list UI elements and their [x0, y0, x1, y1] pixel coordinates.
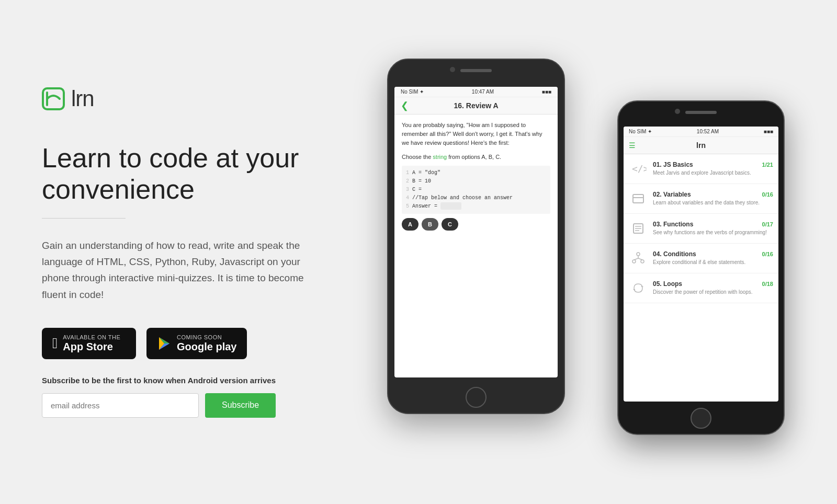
lesson-item[interactable]: 02. Variables 0/16 Learn about variables…	[624, 184, 778, 214]
subscribe-row: Subscribe	[42, 393, 345, 418]
apple-icon: 	[52, 336, 58, 351]
front-nav-bar: ☰ lrn	[624, 137, 778, 154]
subscribe-button[interactable]: Subscribe	[205, 393, 276, 418]
phone-home-btn-front[interactable]	[691, 408, 711, 429]
svg-point-9	[632, 260, 636, 263]
appstore-button-text: Available on the App Store	[63, 334, 120, 353]
lesson-info: 02. Variables 0/16 Learn about variables…	[653, 191, 773, 207]
svg-line-12	[634, 258, 638, 260]
phone-camera-front	[675, 109, 680, 114]
option-b[interactable]: B	[422, 218, 438, 231]
back-status-center: 10:47 AM	[472, 89, 494, 95]
lesson-progress: 0/16	[762, 251, 773, 257]
lesson-info: 01. JS Basics 1/21 Meet Jarvis and explo…	[653, 161, 773, 177]
phone-back-screen: No SIM ✦ 10:47 AM ■■■ ❮ 16. Review A You…	[394, 87, 558, 377]
lesson-info: 05. Loops 0/18 Discover the power of rep…	[653, 280, 773, 296]
back-nav-bar: ❮ 16. Review A	[394, 97, 558, 114]
lesson-item[interactable]: 03. Functions 0/17 See why functions are…	[624, 214, 778, 244]
lesson-icon: </>	[629, 159, 648, 178]
googleplay-top-label: COMING SOON	[177, 334, 236, 340]
lesson-item[interactable]: 04. Conditions 0/16 Explore conditional …	[624, 244, 778, 273]
front-status-right: ■■■	[764, 129, 773, 134]
lesson-icon	[629, 249, 648, 268]
lesson-name: 03. Functions	[653, 221, 693, 228]
quiz-question-text: You are probably saying, "How am I suppo…	[402, 121, 550, 147]
front-status-center: 10:52 AM	[697, 129, 719, 134]
svg-text:</>: </>	[632, 163, 647, 174]
option-pills: A B C	[402, 218, 550, 231]
googleplay-main-label: Google play	[177, 340, 236, 353]
appstore-top-label: Available on the	[63, 334, 120, 340]
lesson-description: Explore conditional if & else statements…	[653, 259, 773, 266]
back-status-right: ■■■	[542, 89, 551, 95]
hamburger-icon[interactable]: ☰	[629, 141, 636, 150]
back-nav-title: 16. Review A	[454, 101, 498, 110]
phone-speaker-front	[685, 111, 717, 114]
back-status-left: No SIM ✦	[401, 89, 424, 95]
svg-point-8	[637, 253, 640, 256]
svg-line-13	[638, 258, 642, 260]
code-block: 1A = "dog" 2B = 10 3C = 4//Tap below and…	[402, 166, 550, 214]
lesson-title-row: 03. Functions 0/17	[653, 221, 773, 228]
lesson-item[interactable]: 05. Loops 0/18 Discover the power of rep…	[624, 273, 778, 303]
lesson-description: Meet Jarvis and explore Javascript basic…	[653, 169, 773, 177]
lesson-icon	[629, 279, 648, 297]
right-section: No SIM ✦ 10:47 AM ■■■ ❮ 16. Review A You…	[366, 48, 795, 456]
google-play-icon	[157, 336, 172, 351]
lesson-title-row: 04. Conditions 0/16	[653, 250, 773, 258]
lesson-progress: 0/16	[762, 191, 773, 198]
phone-home-btn-back[interactable]	[466, 387, 487, 408]
quiz-choose-text: Choose the string from options A, B, C.	[402, 153, 550, 162]
lesson-title-row: 02. Variables 0/16	[653, 191, 773, 198]
lesson-name: 05. Loops	[653, 280, 682, 288]
email-input[interactable]	[42, 393, 199, 418]
svg-marker-14	[641, 285, 643, 287]
subscribe-label: Subscribe to be the first to know when A…	[42, 376, 345, 385]
googleplay-button-text: COMING SOON Google play	[177, 334, 236, 353]
googleplay-button[interactable]: COMING SOON Google play	[146, 328, 247, 359]
phone-back: No SIM ✦ 10:47 AM ■■■ ❮ 16. Review A You…	[387, 59, 565, 414]
svg-point-10	[641, 260, 644, 263]
lesson-description: See why functions are the verbs of progr…	[653, 229, 773, 236]
phone-speaker-back	[460, 69, 492, 72]
lesson-info: 03. Functions 0/17 See why functions are…	[653, 221, 773, 236]
lesson-description: Discover the power of repetition with lo…	[653, 289, 773, 296]
lesson-list: </> 01. JS Basics 1/21 Meet Jarvis and e…	[624, 154, 778, 400]
lesson-item[interactable]: </> 01. JS Basics 1/21 Meet Jarvis and e…	[624, 154, 778, 184]
lesson-title-row: 05. Loops 0/18	[653, 280, 773, 288]
phone-front-screen: No SIM ✦ 10:52 AM ■■■ ☰ lrn </> 01. JS B…	[624, 127, 778, 402]
option-a[interactable]: A	[402, 218, 418, 231]
left-section: lrn Learn to code at your convenience Ga…	[42, 86, 366, 418]
logo-text: lrn	[71, 86, 94, 111]
lesson-icon	[629, 189, 648, 208]
svg-rect-2	[633, 194, 643, 203]
svg-marker-15	[633, 289, 635, 291]
appstore-button[interactable]:  Available on the App Store	[42, 328, 136, 359]
phone-camera-back	[450, 67, 455, 72]
lesson-name: 01. JS Basics	[653, 161, 693, 168]
main-headline: Learn to code at your convenience	[42, 143, 345, 205]
back-status-bar: No SIM ✦ 10:47 AM ■■■	[394, 87, 558, 97]
string-highlight: string	[433, 154, 447, 160]
lesson-icon	[629, 219, 648, 238]
divider	[42, 218, 126, 219]
lesson-name: 04. Conditions	[653, 250, 696, 258]
lesson-description: Learn about variables and the data they …	[653, 199, 773, 207]
front-status-bar: No SIM ✦ 10:52 AM ■■■	[624, 127, 778, 137]
lesson-progress: 1/21	[762, 162, 773, 168]
store-buttons:  Available on the App Store COMING SOON…	[42, 328, 345, 359]
logo-area: lrn	[42, 86, 345, 111]
option-c[interactable]: C	[442, 218, 458, 231]
lesson-name: 02. Variables	[653, 191, 691, 198]
description-text: Gain an understanding of how to read, wr…	[42, 237, 314, 303]
phone-front: No SIM ✦ 10:52 AM ■■■ ☰ lrn </> 01. JS B…	[617, 100, 785, 435]
lesson-title-row: 01. JS Basics 1/21	[653, 161, 773, 168]
lesson-info: 04. Conditions 0/16 Explore conditional …	[653, 250, 773, 266]
front-app-title: lrn	[696, 141, 706, 150]
lesson-progress: 0/18	[762, 281, 773, 287]
logo-icon	[42, 87, 65, 110]
back-screen-content: You are probably saying, "How am I suppo…	[394, 114, 558, 241]
lesson-progress: 0/17	[762, 221, 773, 227]
back-arrow-icon[interactable]: ❮	[401, 100, 409, 111]
front-status-left: No SIM ✦	[629, 129, 652, 134]
